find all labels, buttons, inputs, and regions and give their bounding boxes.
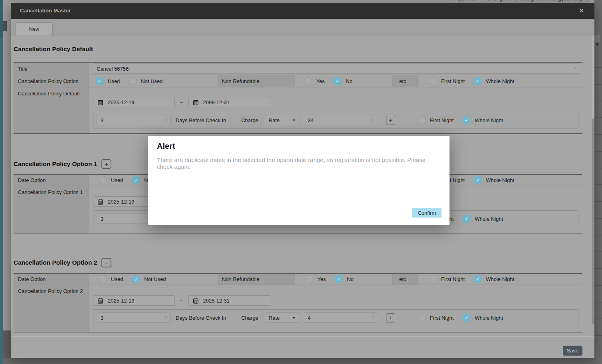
language-selector[interactable]: English: [493, 0, 510, 2]
radio-whole-night[interactable]: ✓: [473, 176, 482, 184]
date-from-value: 2025-12-19: [108, 99, 135, 105]
radio-no[interactable]: ✓: [335, 275, 343, 283]
radio-yes[interactable]: [304, 77, 312, 85]
charge-value-input[interactable]: ×: [304, 313, 378, 323]
non-refundable-label: Non Refundable: [218, 75, 295, 87]
radio-whole-night-label: Whole Night: [475, 216, 503, 222]
scrollbar-thumb[interactable]: [592, 36, 594, 119]
days-input[interactable]: ×: [97, 115, 171, 125]
radio-first-night[interactable]: [429, 275, 437, 283]
chevron-down-icon: ▼: [292, 119, 295, 122]
radio-first-night[interactable]: [418, 314, 426, 322]
alert-title: Alert: [157, 142, 175, 151]
separator: |: [587, 0, 588, 2]
add-charge-rule-button[interactable]: +: [386, 116, 395, 125]
radio-used[interactable]: [99, 275, 107, 283]
remove-option-button[interactable]: −: [101, 258, 111, 267]
days-before-label: Days Before Check In: [176, 315, 226, 321]
radio-whole-night[interactable]: ✓: [462, 314, 471, 322]
calendar-icon: [97, 298, 103, 304]
date-option-row: Date Option Used ✓ Not Used Non Refundab…: [14, 274, 582, 285]
option1-detail-label: Cancellation Policy Option 1: [14, 186, 89, 233]
radio-used-label: Used: [108, 78, 120, 84]
confirm-button[interactable]: Confirm: [412, 208, 442, 218]
separator: |: [480, 0, 481, 2]
page-sidebar-strip: [0, 0, 3, 364]
radio-used-label: Used: [111, 177, 123, 183]
approval-link[interactable]: Approval: [455, 0, 475, 2]
radio-yes-label: Yes: [317, 276, 326, 282]
clear-icon[interactable]: ×: [371, 117, 374, 123]
etc-label: etc: [392, 274, 418, 285]
radio-used-label: Used: [111, 276, 123, 282]
radio-used[interactable]: ✓: [95, 77, 104, 85]
radio-yes[interactable]: [305, 275, 313, 283]
radio-first-night[interactable]: [429, 77, 437, 85]
globe-icon: ⊕: [487, 0, 491, 2]
alert-message: There are duplicate dates in the selecte…: [157, 156, 441, 170]
radio-whole-night-label: Whole Night: [486, 177, 514, 183]
clear-icon[interactable]: ×: [164, 117, 167, 123]
radio-not-used[interactable]: ✓: [132, 176, 140, 184]
tab-new[interactable]: New: [16, 22, 53, 36]
page-header-strip: Approval | ⊕ English | Dang Chi Hoang(12…: [3, 0, 602, 3]
section-heading-default: Cancellation Policy Default: [14, 46, 93, 53]
calendar-icon: [193, 298, 199, 304]
modal-scrollbar[interactable]: [592, 36, 594, 324]
footer-divider: [11, 336, 594, 337]
modal-header: Cancellation Master ×: [11, 3, 594, 19]
title-row: Title ×: [14, 63, 582, 75]
date-to-input[interactable]: 2025-12-31: [188, 295, 270, 306]
radio-used[interactable]: [99, 176, 107, 184]
calendar-icon: [97, 199, 103, 205]
days-input[interactable]: ×: [97, 313, 171, 323]
charge-label: Charge: [241, 117, 258, 123]
radio-no[interactable]: ✓: [333, 77, 342, 85]
date-to-value: 2025-12-31: [203, 298, 230, 304]
charge-value-input[interactable]: ×: [304, 115, 378, 125]
radio-not-used[interactable]: ✓: [132, 275, 140, 283]
close-icon[interactable]: ×: [579, 6, 584, 16]
chevron-down-icon: ▼: [292, 316, 295, 320]
policy-default-label: Cancellation Policy Default: [14, 87, 89, 133]
radio-not-used-label: Not Used: [141, 78, 162, 84]
calendar-icon: [193, 99, 199, 105]
radio-whole-night[interactable]: ✓: [462, 116, 471, 125]
radio-not-used[interactable]: [129, 77, 137, 85]
charge-type-value: Rate: [269, 117, 279, 123]
clear-icon[interactable]: ×: [164, 314, 167, 321]
save-button[interactable]: Save: [563, 346, 582, 356]
charge-rule-row: × Days Before Check In Charge Rate ▼ ×: [93, 309, 578, 326]
radio-whole-night-label: Whole Night: [486, 276, 514, 282]
date-to-value: 2099-12-31: [203, 99, 230, 105]
charge-type-select[interactable]: Rate ▼: [265, 115, 299, 125]
add-option-button[interactable]: +: [101, 159, 111, 169]
modal-title: Cancellation Master: [20, 3, 71, 19]
days-before-label: Days Before Check In: [176, 117, 226, 123]
alert-dialog: Alert There are duplicate dates in the s…: [148, 136, 450, 225]
date-option-label: Date Option: [14, 274, 89, 285]
calendar-icon: [97, 99, 103, 105]
radio-whole-night[interactable]: ✓: [473, 77, 482, 85]
charge-type-select[interactable]: Rate ▼: [265, 313, 299, 323]
non-refundable-label: Non Refundable: [218, 274, 295, 285]
radio-whole-night-label: Whole Night: [486, 78, 514, 84]
radio-first-night[interactable]: [418, 116, 426, 125]
charge-type-value: Rate: [269, 315, 279, 321]
radio-first-night-label: First Night: [441, 78, 465, 84]
date-range-separator: ~: [180, 99, 183, 105]
charge-rule-row: × Days Before Check In Charge Rate ▼ ×: [93, 112, 578, 129]
date-to-input[interactable]: 2099-12-31: [188, 97, 270, 107]
date-from-input[interactable]: 2025-12-19: [93, 97, 175, 107]
user-name[interactable]: Dang Chi Hoang(123485): [521, 0, 582, 2]
option2-detail-row: Cancellation Policy Option 2 2025-12-19 …: [14, 285, 582, 332]
radio-no-label: No: [347, 276, 354, 282]
page-background-left: [3, 0, 11, 358]
clear-icon[interactable]: ×: [573, 65, 576, 72]
add-charge-rule-button[interactable]: +: [386, 313, 395, 322]
date-from-input[interactable]: 2025-12-19: [93, 295, 175, 306]
radio-whole-night[interactable]: ✓: [473, 275, 482, 283]
title-input[interactable]: ×: [93, 63, 580, 74]
clear-icon[interactable]: ×: [371, 314, 374, 321]
radio-whole-night[interactable]: ✓: [462, 215, 471, 223]
